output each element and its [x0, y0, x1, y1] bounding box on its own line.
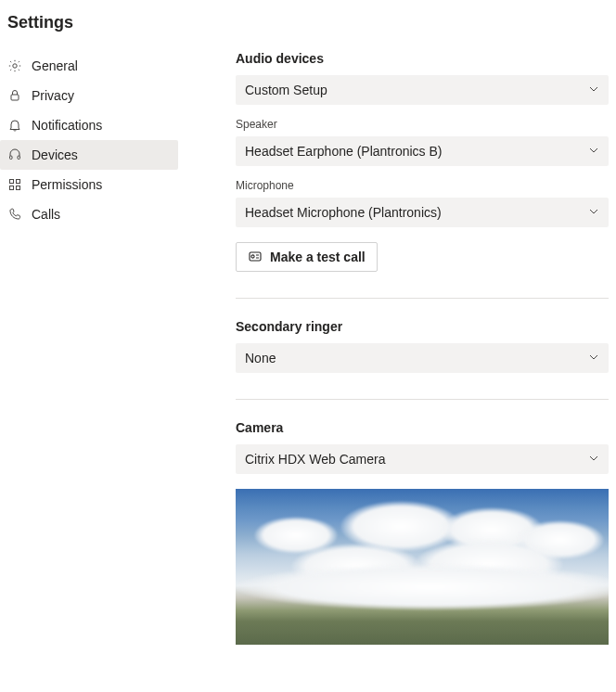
make-test-call-button[interactable]: Make a test call — [236, 242, 378, 272]
camera-dropdown[interactable]: Citrix HDX Web Camera — [236, 444, 609, 474]
svg-point-9 — [251, 255, 254, 258]
page-title: Settings — [0, 0, 616, 51]
sidebar-item-general[interactable]: General — [0, 51, 178, 81]
test-call-icon — [248, 250, 263, 264]
main-panel: Audio devices Custom Setup Speaker Heads… — [178, 51, 616, 692]
gear-icon — [7, 58, 22, 73]
button-label: Make a test call — [270, 250, 366, 264]
chevron-down-icon — [588, 452, 599, 467]
sidebar-item-label: General — [32, 58, 78, 73]
lock-icon — [7, 88, 22, 103]
sidebar-item-notifications[interactable]: Notifications — [0, 110, 178, 140]
phone-icon — [7, 207, 22, 222]
chevron-down-icon — [588, 205, 599, 220]
sidebar-item-label: Privacy — [32, 88, 74, 103]
dropdown-value: Custom Setup — [245, 83, 327, 97]
speaker-dropdown[interactable]: Headset Earphone (Plantronics B) — [236, 136, 609, 166]
svg-rect-1 — [11, 95, 19, 100]
microphone-label: Microphone — [236, 179, 609, 192]
chevron-down-icon — [588, 351, 599, 365]
camera-heading: Camera — [236, 420, 609, 435]
audio-devices-heading: Audio devices — [236, 51, 609, 66]
sidebar-item-calls[interactable]: Calls — [0, 199, 178, 229]
microphone-dropdown[interactable]: Headset Microphone (Plantronics) — [236, 198, 609, 227]
sidebar-item-label: Devices — [32, 147, 78, 162]
svg-rect-3 — [18, 156, 20, 160]
sidebar: General Privacy Notifications Devices — [0, 51, 178, 692]
sidebar-item-label: Calls — [32, 207, 60, 222]
sidebar-item-devices[interactable]: Devices — [0, 140, 178, 170]
svg-rect-4 — [10, 180, 14, 184]
headset-icon — [7, 147, 22, 162]
dropdown-value: Headset Microphone (Plantronics) — [245, 205, 442, 220]
secondary-ringer-dropdown[interactable]: None — [236, 343, 609, 373]
bell-icon — [7, 118, 22, 133]
dropdown-value: Citrix HDX Web Camera — [245, 452, 385, 467]
divider — [236, 399, 609, 400]
divider — [236, 298, 609, 299]
sidebar-item-permissions[interactable]: Permissions — [0, 170, 178, 199]
chevron-down-icon — [588, 144, 599, 159]
sidebar-item-label: Notifications — [32, 118, 102, 133]
speaker-label: Speaker — [236, 118, 609, 131]
camera-preview — [236, 489, 609, 645]
svg-rect-5 — [17, 180, 20, 184]
chevron-down-icon — [588, 83, 599, 97]
svg-rect-6 — [10, 186, 14, 190]
dropdown-value: Headset Earphone (Plantronics B) — [245, 144, 442, 159]
sidebar-item-label: Permissions — [32, 177, 102, 192]
dropdown-value: None — [245, 351, 276, 365]
svg-rect-2 — [10, 156, 13, 160]
secondary-ringer-heading: Secondary ringer — [236, 319, 609, 334]
svg-point-0 — [13, 64, 17, 68]
svg-rect-7 — [17, 186, 20, 190]
sidebar-item-privacy[interactable]: Privacy — [0, 81, 178, 110]
audio-device-dropdown[interactable]: Custom Setup — [236, 75, 609, 105]
apps-icon — [7, 177, 22, 192]
